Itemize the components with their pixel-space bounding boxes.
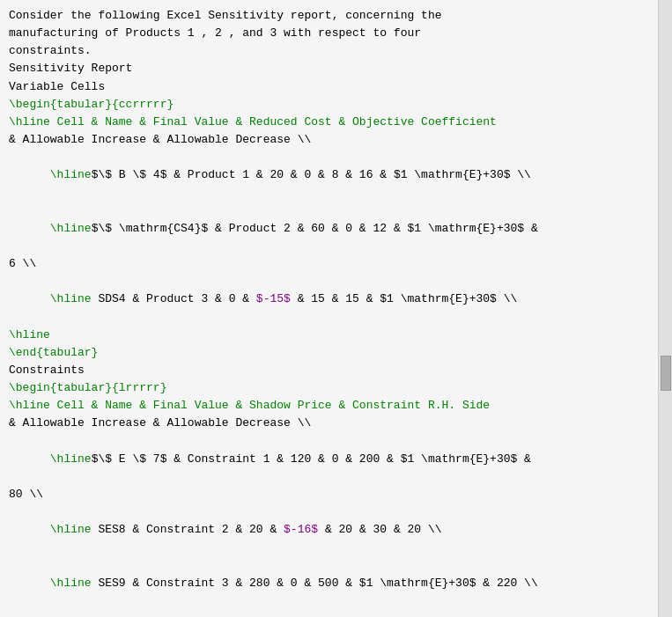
c-row1-hline: \hline xyxy=(50,452,92,466)
intro-line2: manufacturing of Products 1 , 2 , and 3 … xyxy=(9,25,649,42)
allowable-line-vc: & Allowable Increase & Allowable Decreas… xyxy=(9,131,649,149)
tabular-begin-c: \begin{tabular}{lrrrrr} xyxy=(9,379,649,397)
scrollbar-thumb[interactable] xyxy=(661,356,671,391)
main-container: Consider the following Excel Sensitivity… xyxy=(0,0,672,617)
c-row2-hline: \hline xyxy=(50,523,92,536)
c-row2: \hline SES8 & Constraint 2 & 20 & $-16$ … xyxy=(9,503,649,556)
vc-row3-rest: & 15 & 15 & $1 \mathrm{E}+30$ \\ xyxy=(291,292,517,305)
vc-row3-neg: $-15$ xyxy=(256,292,291,305)
constraints-label: Constraints xyxy=(9,362,649,379)
c-row2-neg: $-16$ xyxy=(284,523,318,536)
c-row1b: 80 \\ xyxy=(9,486,649,503)
vc-row2b: 6 \\ xyxy=(9,255,649,273)
tabular-begin-vc: \begin{tabular}{ccrrrrr} xyxy=(9,96,649,114)
hline-vc-header: \hline Cell & Name & Final Value & Reduc… xyxy=(9,114,649,131)
c-row3-content: SES9 & Constraint 3 & 280 & 0 & 500 & $1… xyxy=(92,577,538,590)
c-row4: \hline \$ES10 & Constraint 4 & 200 & 6 &… xyxy=(9,610,649,617)
hline-c-header: \hline Cell & Name & Final Value & Shado… xyxy=(9,397,649,415)
c-row1-content: $\$ E \$ 7$ & Constraint 1 & 120 & 0 & 2… xyxy=(92,452,531,466)
vc-row1-hline: \hline xyxy=(50,168,92,181)
variable-cells-label: Variable Cells xyxy=(9,78,649,96)
allowable-line-c: & Allowable Increase & Allowable Decreas… xyxy=(9,415,649,432)
hline1: \hline xyxy=(9,327,649,344)
content-area[interactable]: Consider the following Excel Sensitivity… xyxy=(0,0,658,617)
sensitivity-report-label: Sensitivity Report xyxy=(9,60,649,77)
intro-line3: constraints. xyxy=(9,42,649,60)
tabular-end-vc: \end{tabular} xyxy=(9,344,649,362)
vc-row3-content: SDS4 & Product 3 & 0 & xyxy=(92,292,256,305)
vc-row2: \hline$\$ \mathrm{CS4}$ & Product 2 & 60… xyxy=(9,202,649,255)
vc-row1: \hline$\$ B \$ 4$ & Product 1 & 20 & 0 &… xyxy=(9,149,649,202)
c-row3: \hline SES9 & Constraint 3 & 280 & 0 & 5… xyxy=(9,556,649,609)
c-row2-rest: & 20 & 30 & 20 \\ xyxy=(318,523,441,536)
c-row3-hline: \hline xyxy=(50,577,92,590)
vc-row2-hline: \hline xyxy=(50,222,92,235)
c-row2-content: SES8 & Constraint 2 & 20 & xyxy=(92,523,284,536)
intro-line1: Consider the following Excel Sensitivity… xyxy=(9,7,649,25)
scrollbar[interactable] xyxy=(658,0,672,617)
vc-row2-content: $\$ \mathrm{CS4}$ & Product 2 & 60 & 0 &… xyxy=(92,222,538,235)
vc-row1-dollar1: $\$ B \$ 4$ & Product 1 & 20 & 0 & 8 & 1… xyxy=(92,168,531,181)
vc-row3-hline: \hline xyxy=(50,292,92,305)
c-row1: \hline$\$ E \$ 7$ & Constraint 1 & 120 &… xyxy=(9,432,649,485)
vc-row3: \hline SDS4 & Product 3 & 0 & $-15$ & 15… xyxy=(9,273,649,326)
